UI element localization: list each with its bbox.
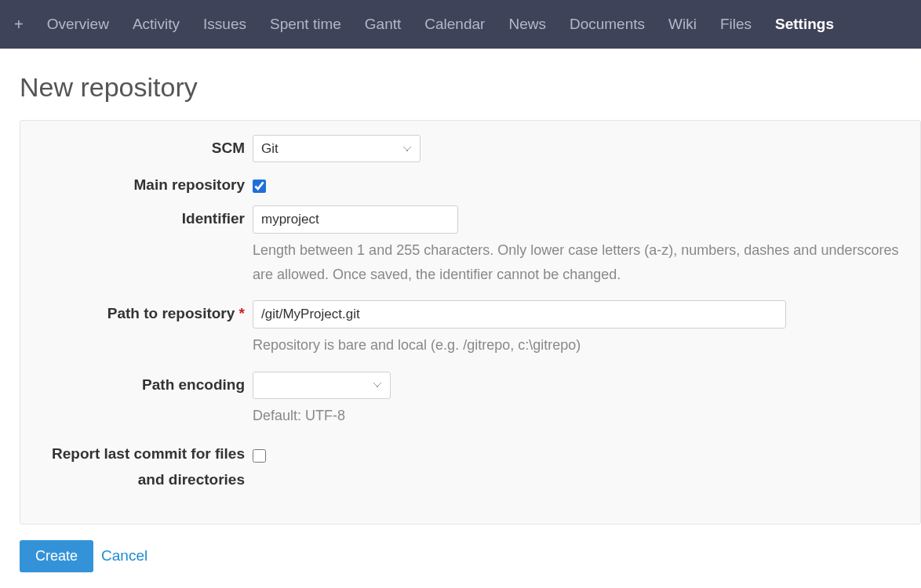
nav-documents[interactable]: Documents <box>558 0 657 49</box>
nav-calendar[interactable]: Calendar <box>413 0 497 49</box>
path-encoding-select[interactable] <box>253 372 391 399</box>
path-encoding-label: Path encoding <box>35 372 253 394</box>
nav-settings[interactable]: Settings <box>763 0 846 49</box>
nav-spent-time[interactable]: Spent time <box>258 0 353 49</box>
main-content: New repository SCM Git Main repository I… <box>0 49 921 588</box>
nav-overview[interactable]: Overview <box>35 0 121 49</box>
scm-select[interactable]: Git <box>253 135 420 162</box>
path-label: Path to repository * <box>35 300 253 322</box>
nav-gantt[interactable]: Gantt <box>353 0 413 49</box>
nav-files[interactable]: Files <box>708 0 763 49</box>
path-help: Repository is bare and local (e.g. /gitr… <box>253 333 906 358</box>
scm-label: SCM <box>35 135 253 157</box>
identifier-help: Length between 1 and 255 characters. Onl… <box>253 238 906 286</box>
repository-form: SCM Git Main repository Identifier Lengt… <box>20 120 921 524</box>
path-encoding-help: Default: UTF-8 <box>253 404 906 428</box>
top-nav: + Overview Activity Issues Spent time Ga… <box>0 0 921 49</box>
main-repository-checkbox[interactable] <box>253 180 266 193</box>
required-marker: * <box>239 305 245 321</box>
nav-issues[interactable]: Issues <box>191 0 258 49</box>
nav-activity[interactable]: Activity <box>121 0 191 49</box>
nav-wiki[interactable]: Wiki <box>657 0 708 49</box>
nav-news[interactable]: News <box>497 0 558 49</box>
report-last-commit-checkbox[interactable] <box>253 449 266 463</box>
form-actions: Create Cancel <box>20 540 921 572</box>
identifier-input[interactable] <box>253 205 458 234</box>
page-title: New repository <box>20 72 921 103</box>
path-input[interactable] <box>253 300 786 328</box>
report-last-commit-label: Report last commit for files and directo… <box>35 441 253 492</box>
cancel-link[interactable]: Cancel <box>101 547 147 564</box>
main-repository-label: Main repository <box>35 172 253 194</box>
create-button[interactable]: Create <box>20 540 93 572</box>
identifier-label: Identifier <box>35 205 253 227</box>
new-object-button[interactable]: + <box>11 16 35 34</box>
